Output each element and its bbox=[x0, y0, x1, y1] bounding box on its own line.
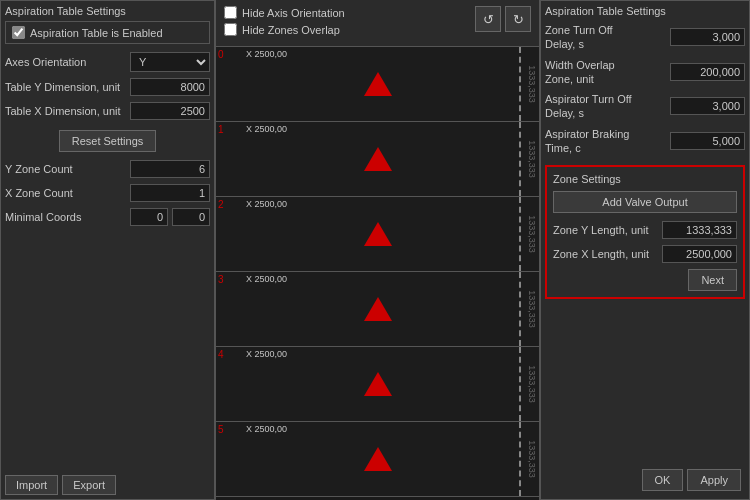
zone-dashed-border bbox=[519, 272, 521, 346]
hide-zones-checkbox[interactable] bbox=[224, 23, 237, 36]
aspirator-turn-off-input[interactable] bbox=[670, 97, 745, 115]
zone-side-text: 1333,333 bbox=[527, 290, 537, 328]
minimal-coords-row: Minimal Coords bbox=[5, 208, 210, 226]
left-panel-title: Aspiration Table Settings bbox=[5, 5, 210, 17]
hide-axis-row: Hide Axis Orientation bbox=[224, 6, 345, 19]
x-zone-input[interactable] bbox=[130, 184, 210, 202]
zone-side-text: 1333,333 bbox=[527, 215, 537, 253]
aspiration-enabled-label: Aspiration Table is Enabled bbox=[30, 27, 163, 39]
width-overlap-row: Width Overlap Zone, unit bbox=[545, 58, 745, 87]
zone-dashed-border bbox=[519, 122, 521, 196]
middle-top-options: Hide Axis Orientation Hide Zones Overlap… bbox=[216, 0, 539, 47]
zone-triangle-icon bbox=[364, 222, 392, 246]
zone-x-length-input[interactable] bbox=[662, 245, 737, 263]
zone-turn-off-input[interactable] bbox=[670, 28, 745, 46]
zone-triangle-icon bbox=[364, 447, 392, 471]
zone-triangle-icon bbox=[364, 372, 392, 396]
middle-panel: Hide Axis Orientation Hide Zones Overlap… bbox=[215, 0, 540, 500]
zone-settings-box: Zone Settings Add Valve Output Zone Y Le… bbox=[545, 165, 745, 299]
width-overlap-input[interactable] bbox=[670, 63, 745, 81]
aspirator-braking-label: Aspirator Braking Time, c bbox=[545, 127, 645, 156]
ok-apply-row: OK Apply bbox=[545, 465, 745, 495]
zone-row: 3X 2500,001333,333 bbox=[216, 272, 539, 347]
hide-axis-checkbox[interactable] bbox=[224, 6, 237, 19]
zone-y-length-row: Zone Y Length, unit bbox=[553, 221, 737, 239]
zone-row: 1X 2500,001333,333 bbox=[216, 122, 539, 197]
zone-side-text: 1333,333 bbox=[527, 140, 537, 178]
left-panel: Aspiration Table Settings Aspiration Tab… bbox=[0, 0, 215, 500]
zone-x-value-label: X 2500,00 bbox=[246, 124, 287, 134]
zone-number-label: 1 bbox=[218, 124, 224, 135]
zone-number-label: 2 bbox=[218, 199, 224, 210]
axes-orientation-select[interactable]: Y X bbox=[130, 52, 210, 72]
zone-x-value-label: X 2500,00 bbox=[246, 349, 287, 359]
hide-axis-label: Hide Axis Orientation bbox=[242, 7, 345, 19]
zone-number-label: 0 bbox=[218, 49, 224, 60]
zone-y-length-label: Zone Y Length, unit bbox=[553, 223, 653, 237]
axes-orientation-label: Axes Orientation bbox=[5, 56, 130, 68]
table-x-row: Table X Dimension, unit bbox=[5, 102, 210, 120]
undo-button[interactable]: ↺ bbox=[475, 6, 501, 32]
redo-button[interactable]: ↻ bbox=[505, 6, 531, 32]
zone-x-length-row: Zone X Length, unit bbox=[553, 245, 737, 263]
zone-x-length-label: Zone X Length, unit bbox=[553, 247, 653, 261]
table-x-input[interactable] bbox=[130, 102, 210, 120]
aspirator-turn-off-row: Aspirator Turn Off Delay, s bbox=[545, 92, 745, 121]
zone-y-length-input[interactable] bbox=[662, 221, 737, 239]
aspiration-enabled-row: Aspiration Table is Enabled bbox=[5, 21, 210, 44]
zone-x-value-label: X 2500,00 bbox=[246, 274, 287, 284]
zone-side-text: 1333,333 bbox=[527, 365, 537, 403]
zone-row: 4X 2500,001333,333 bbox=[216, 347, 539, 422]
zone-turn-off-label: Zone Turn Off Delay, s bbox=[545, 23, 645, 52]
table-x-label: Table X Dimension, unit bbox=[5, 105, 130, 117]
coords-x-input[interactable] bbox=[130, 208, 168, 226]
zone-dashed-border bbox=[519, 197, 521, 271]
zone-side-text: 1333,333 bbox=[527, 440, 537, 478]
zone-triangle-icon bbox=[364, 72, 392, 96]
apply-button[interactable]: Apply bbox=[687, 469, 741, 491]
zone-settings-title: Zone Settings bbox=[553, 173, 737, 185]
undo-redo-group: ↺ ↻ bbox=[475, 6, 531, 32]
zone-number-label: 3 bbox=[218, 274, 224, 285]
y-zone-count-row: Y Zone Count bbox=[5, 160, 210, 178]
next-button[interactable]: Next bbox=[688, 269, 737, 291]
import-button[interactable]: Import bbox=[5, 475, 58, 495]
zone-dashed-border bbox=[519, 47, 521, 121]
add-valve-button[interactable]: Add Valve Output bbox=[553, 191, 737, 213]
width-overlap-label: Width Overlap Zone, unit bbox=[545, 58, 645, 87]
table-y-input[interactable] bbox=[130, 78, 210, 96]
coords-label: Minimal Coords bbox=[5, 211, 126, 223]
hide-zones-row: Hide Zones Overlap bbox=[224, 23, 345, 36]
zone-x-value-label: X 2500,00 bbox=[246, 424, 287, 434]
reset-settings-button[interactable]: Reset Settings bbox=[59, 130, 157, 152]
y-zone-label: Y Zone Count bbox=[5, 163, 130, 175]
table-y-label: Table Y Dimension, unit bbox=[5, 81, 130, 93]
checkboxes-group: Hide Axis Orientation Hide Zones Overlap bbox=[224, 6, 345, 40]
axes-orientation-row: Axes Orientation Y X bbox=[5, 52, 210, 72]
export-button[interactable]: Export bbox=[62, 475, 116, 495]
zone-dashed-border bbox=[519, 422, 521, 496]
coords-y-input[interactable] bbox=[172, 208, 210, 226]
zone-triangle-icon bbox=[364, 147, 392, 171]
right-panel-title: Aspiration Table Settings bbox=[545, 5, 745, 17]
zone-x-value-label: X 2500,00 bbox=[246, 49, 287, 59]
zones-canvas-area: 0X 2500,001333,3331X 2500,001333,3332X 2… bbox=[216, 47, 539, 500]
aspirator-braking-input[interactable] bbox=[670, 132, 745, 150]
zone-row: 5X 2500,001333,333 bbox=[216, 422, 539, 497]
right-panel: Aspiration Table Settings Zone Turn Off … bbox=[540, 0, 750, 500]
y-zone-input[interactable] bbox=[130, 160, 210, 178]
zone-number-label: 4 bbox=[218, 349, 224, 360]
aspirator-turn-off-label: Aspirator Turn Off Delay, s bbox=[545, 92, 645, 121]
hide-zones-label: Hide Zones Overlap bbox=[242, 24, 340, 36]
zone-row: 0X 2500,001333,333 bbox=[216, 47, 539, 122]
aspiration-enabled-checkbox[interactable] bbox=[12, 26, 25, 39]
zone-dashed-border bbox=[519, 347, 521, 421]
zone-x-value-label: X 2500,00 bbox=[246, 199, 287, 209]
zone-turn-off-row: Zone Turn Off Delay, s bbox=[545, 23, 745, 52]
x-zone-label: X Zone Count bbox=[5, 187, 130, 199]
ok-button[interactable]: OK bbox=[642, 469, 684, 491]
import-export-row: Import Export bbox=[5, 475, 210, 495]
table-y-row: Table Y Dimension, unit bbox=[5, 78, 210, 96]
zone-number-label: 5 bbox=[218, 424, 224, 435]
x-zone-count-row: X Zone Count bbox=[5, 184, 210, 202]
